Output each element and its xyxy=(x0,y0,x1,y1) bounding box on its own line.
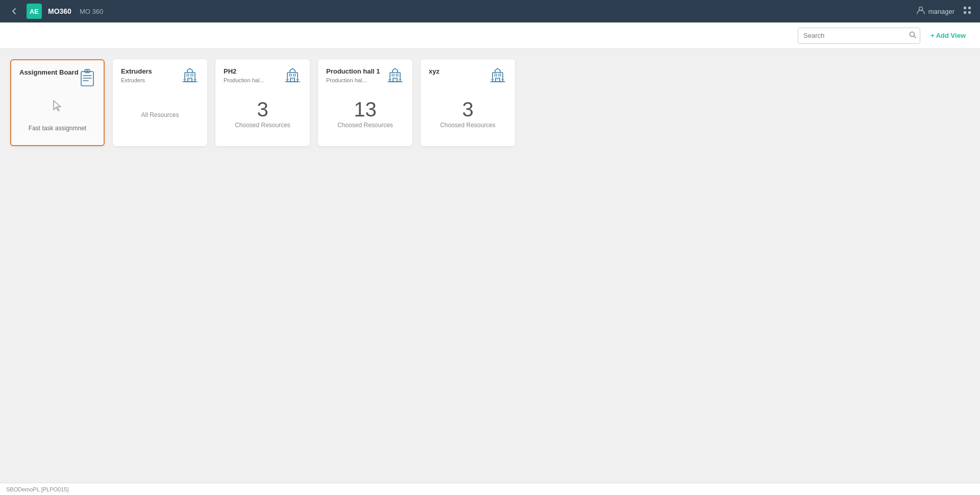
svg-rect-25 xyxy=(493,73,503,82)
card-title: Extruders xyxy=(121,67,152,76)
card-ph2[interactable]: PH2 Production hal... 3 Choosed Resource… xyxy=(215,59,310,146)
cursor-icon xyxy=(51,99,65,116)
back-button[interactable] xyxy=(8,5,20,17)
app-subtitle: MO 360 xyxy=(80,8,103,15)
card-header: Production hall 1 Production hal... xyxy=(326,67,404,86)
user-name: manager xyxy=(928,8,954,15)
card-subtitle: Production hal... xyxy=(224,77,264,83)
card-subtitle: Production hal... xyxy=(326,77,380,83)
card-count-label: Choosed Resources xyxy=(440,122,496,129)
svg-rect-27 xyxy=(499,74,501,76)
navbar-left: AE MO360 MO 360 xyxy=(8,4,103,19)
svg-rect-4 xyxy=(968,11,971,14)
card-body-label: Fast task assignmnet xyxy=(29,125,86,132)
svg-rect-8 xyxy=(85,69,90,73)
card-header: xyz xyxy=(429,67,507,86)
svg-rect-1 xyxy=(964,7,966,9)
card-body: 13 Choosed Resources xyxy=(326,90,404,138)
svg-line-6 xyxy=(914,36,916,38)
svg-point-9 xyxy=(87,70,88,72)
main-content: Assignment Board Fast task assignmnet Ex… xyxy=(0,49,980,483)
search-input[interactable] xyxy=(798,28,920,44)
svg-rect-26 xyxy=(495,74,497,76)
card-count: 3 xyxy=(462,99,473,120)
navbar-right: manager xyxy=(916,6,972,17)
user-icon xyxy=(916,6,925,17)
card-extruders[interactable]: Extruders Extruders All Resources xyxy=(113,59,207,146)
status-text: SBODemoPL [PLPO015] xyxy=(6,486,69,492)
card-icon-building xyxy=(386,67,404,86)
app-title: MO360 xyxy=(48,7,71,15)
card-title: PH2 xyxy=(224,67,264,76)
card-icon-building xyxy=(181,67,199,86)
card-xyz[interactable]: xyz 3 Choosed Resources xyxy=(421,59,515,146)
grid-icon[interactable] xyxy=(963,6,972,17)
status-bar: SBODemoPL [PLPO015] xyxy=(0,483,980,495)
svg-rect-3 xyxy=(964,11,966,14)
card-count-label: Choosed Resources xyxy=(235,122,290,129)
toolbar: + Add View xyxy=(0,22,980,49)
card-body: Fast task assignmnet xyxy=(19,93,95,137)
card-count: 13 xyxy=(354,99,377,120)
card-header: Assignment Board xyxy=(19,68,95,89)
card-body: All Resources xyxy=(121,90,199,138)
svg-rect-13 xyxy=(185,73,195,82)
card-icon-building xyxy=(283,67,302,86)
card-header: Extruders Extruders xyxy=(121,67,199,86)
card-production-hall-1[interactable]: Production hall 1 Production hal... 13 C… xyxy=(318,59,412,146)
svg-rect-19 xyxy=(293,74,296,76)
card-header: PH2 Production hal... xyxy=(224,67,302,86)
svg-rect-18 xyxy=(289,74,291,76)
card-body: 3 Choosed Resources xyxy=(224,90,302,138)
svg-rect-15 xyxy=(191,74,193,76)
svg-rect-23 xyxy=(396,74,398,76)
user-info: manager xyxy=(916,6,954,17)
cards-grid: Assignment Board Fast task assignmnet Ex… xyxy=(10,59,970,146)
svg-rect-17 xyxy=(287,73,298,82)
card-assignment-board[interactable]: Assignment Board Fast task assignmnet xyxy=(10,59,105,146)
app-logo: AE xyxy=(27,4,42,19)
card-subtitle: Extruders xyxy=(121,77,152,83)
add-view-button[interactable]: + Add View xyxy=(926,30,970,41)
search-icon[interactable] xyxy=(909,31,916,40)
navbar: AE MO360 MO 360 manager xyxy=(0,0,980,22)
card-title: xyz xyxy=(429,67,439,76)
svg-rect-7 xyxy=(81,72,93,86)
card-count-label: Choosed Resources xyxy=(337,122,393,129)
card-count: 3 xyxy=(257,99,268,120)
card-body: 3 Choosed Resources xyxy=(429,90,507,138)
card-icon-clipboard xyxy=(79,68,95,89)
card-icon-building xyxy=(488,67,507,86)
card-title: Production hall 1 xyxy=(326,67,380,76)
search-wrapper xyxy=(798,28,920,44)
card-title: Assignment Board xyxy=(19,68,79,77)
svg-rect-14 xyxy=(187,74,189,76)
svg-rect-2 xyxy=(968,7,971,9)
svg-rect-22 xyxy=(392,74,394,76)
svg-rect-21 xyxy=(390,73,400,82)
card-count-label: All Resources xyxy=(141,111,179,119)
